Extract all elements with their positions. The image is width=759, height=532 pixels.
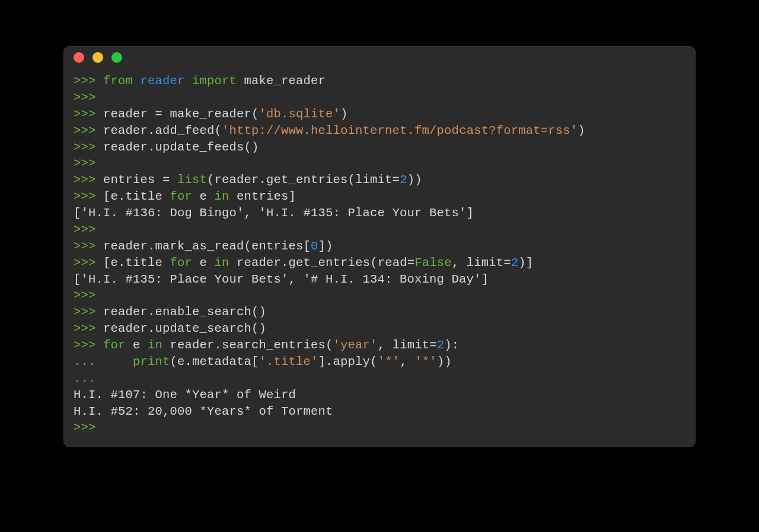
repl-continuation-prompt: ... bbox=[74, 371, 103, 385]
repl-input-line: >>> from reader import make_reader bbox=[74, 73, 685, 89]
code-token: H.I. #107: One *Year* of Weird bbox=[74, 388, 296, 402]
repl-continuation-line: ... bbox=[74, 370, 685, 387]
repl-prompt: >>> bbox=[74, 91, 103, 104]
code-token: [e.title bbox=[103, 190, 170, 203]
repl-continuation-line: ... print(e.metadata['.title'].apply('*'… bbox=[74, 354, 685, 370]
repl-input-line: >>> bbox=[74, 419, 685, 436]
title-bar bbox=[64, 47, 695, 68]
repl-prompt: >>> bbox=[74, 239, 103, 253]
code-token: 2 bbox=[400, 173, 407, 187]
code-token: in bbox=[215, 190, 229, 203]
code-token: 2 bbox=[511, 256, 519, 270]
code-token: e bbox=[192, 256, 215, 270]
repl-prompt: >>> bbox=[74, 156, 103, 170]
code-token: entries] bbox=[229, 190, 296, 203]
repl-input-line: >>> reader.mark_as_read(entries[0]) bbox=[74, 238, 685, 255]
repl-prompt: >>> bbox=[74, 421, 103, 434]
code-token: 'http://www.hellointernet.fm/podcast?for… bbox=[222, 124, 578, 137]
code-token: reader.enable_search() bbox=[103, 305, 266, 319]
repl-prompt: >>> bbox=[74, 289, 103, 302]
code-token: ['H.I. #135: Place Your Bets', '# H.I. 1… bbox=[74, 273, 489, 286]
code-token: import bbox=[192, 74, 237, 88]
code-token: )) bbox=[437, 355, 452, 368]
repl-prompt: >>> bbox=[74, 338, 103, 352]
repl-prompt: >>> bbox=[74, 190, 103, 203]
repl-input-line: >>> bbox=[74, 155, 685, 172]
code-token: 2 bbox=[437, 338, 445, 352]
code-token bbox=[133, 74, 141, 88]
code-token: make_reader bbox=[237, 74, 326, 88]
repl-input-line: >>> entries = list(reader.get_entries(li… bbox=[74, 172, 685, 188]
code-token: entries = bbox=[103, 173, 177, 187]
code-token: ): bbox=[444, 338, 459, 352]
code-token: H.I. #52: 20,000 *Years* of Torment bbox=[74, 405, 333, 418]
code-token: , limit= bbox=[378, 338, 437, 352]
repl-prompt: >>> bbox=[74, 107, 103, 121]
repl-prompt: >>> bbox=[74, 256, 103, 270]
repl-input-line: >>> bbox=[74, 222, 685, 238]
repl-input-line: >>> reader = make_reader('db.sqlite') bbox=[74, 106, 685, 123]
code-token: ].apply( bbox=[318, 355, 378, 368]
code-token: reader.update_feeds() bbox=[103, 140, 259, 154]
repl-output-line: ['H.I. #136: Dog Bingo', 'H.I. #135: Pla… bbox=[74, 205, 685, 222]
code-token: reader.get_entries(read= bbox=[229, 256, 415, 270]
close-icon[interactable] bbox=[74, 52, 84, 63]
repl-output-line: ['H.I. #135: Place Your Bets', '# H.I. 1… bbox=[74, 271, 685, 288]
code-token: ['H.I. #136: Dog Bingo', 'H.I. #135: Pla… bbox=[74, 206, 474, 220]
repl-prompt: >>> bbox=[74, 74, 103, 88]
code-token: for bbox=[170, 256, 193, 270]
code-token: reader = make_reader( bbox=[103, 107, 259, 121]
code-token: for bbox=[170, 190, 193, 203]
repl-input-line: >>> for e in reader.search_entries('year… bbox=[74, 337, 685, 354]
repl-input-line: >>> [e.title for e in entries] bbox=[74, 188, 685, 205]
repl-output-line: H.I. #52: 20,000 *Years* of Torment bbox=[74, 403, 685, 420]
code-token: , limit= bbox=[452, 256, 511, 270]
code-token: reader.search_entries( bbox=[162, 338, 333, 352]
code-token: in bbox=[215, 256, 229, 270]
repl-input-line: >>> reader.update_feeds() bbox=[74, 139, 685, 156]
repl-input-line: >>> bbox=[74, 287, 685, 304]
code-token: '.title' bbox=[259, 355, 318, 368]
repl-input-line: >>> reader.add_feed('http://www.helloint… bbox=[74, 123, 685, 139]
code-token: '*' bbox=[414, 355, 437, 368]
code-token: '*' bbox=[378, 355, 400, 368]
code-token: , bbox=[400, 355, 414, 368]
terminal-body[interactable]: >>> from reader import make_reader>>> >>… bbox=[64, 68, 695, 447]
minimize-icon[interactable] bbox=[93, 52, 103, 63]
repl-input-line: >>> [e.title for e in reader.get_entries… bbox=[74, 255, 685, 271]
code-token: reader.update_search() bbox=[103, 322, 266, 335]
code-token: list bbox=[177, 173, 207, 187]
zoom-icon[interactable] bbox=[111, 52, 122, 63]
code-token: reader.mark_as_read(entries[ bbox=[103, 239, 311, 253]
code-token: False bbox=[414, 256, 452, 270]
code-token: from bbox=[103, 74, 133, 88]
repl-prompt: >>> bbox=[74, 223, 103, 236]
repl-input-line: >>> reader.update_search() bbox=[74, 321, 685, 337]
repl-prompt: >>> bbox=[74, 124, 103, 137]
code-token: )) bbox=[407, 173, 422, 187]
repl-prompt: >>> bbox=[74, 305, 103, 319]
code-token: e bbox=[192, 190, 215, 203]
code-token bbox=[185, 74, 193, 88]
code-token: e bbox=[126, 338, 148, 352]
code-token: ]) bbox=[318, 239, 333, 253]
code-token: reader bbox=[141, 74, 185, 88]
repl-prompt: >>> bbox=[74, 173, 103, 187]
code-token bbox=[103, 355, 133, 368]
repl-continuation-prompt: ... bbox=[74, 355, 103, 368]
repl-input-line: >>> reader.enable_search() bbox=[74, 304, 685, 321]
code-token: for bbox=[103, 338, 126, 352]
code-token: (e.metadata[ bbox=[170, 355, 259, 368]
code-token: in bbox=[148, 338, 162, 352]
repl-prompt: >>> bbox=[74, 140, 103, 154]
code-token: (reader.get_entries(limit= bbox=[207, 173, 400, 187]
repl-input-line: >>> bbox=[74, 89, 685, 106]
code-token: [e.title bbox=[103, 256, 170, 270]
terminal-window: >>> from reader import make_reader>>> >>… bbox=[63, 46, 696, 447]
code-token: reader.add_feed( bbox=[103, 124, 222, 137]
code-token: print bbox=[133, 355, 170, 368]
repl-output-line: H.I. #107: One *Year* of Weird bbox=[74, 387, 685, 403]
code-token: ) bbox=[578, 124, 585, 137]
code-token: 'db.sqlite' bbox=[259, 107, 341, 121]
repl-prompt: >>> bbox=[74, 322, 103, 335]
